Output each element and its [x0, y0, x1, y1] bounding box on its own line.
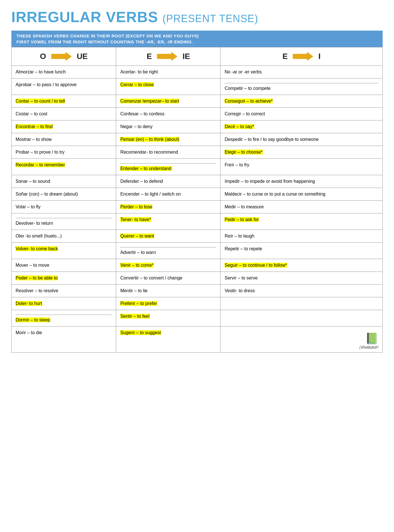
cell-col3-row10: Maldecir – to curse or to put a curse on… [221, 188, 383, 201]
col2-header: E IE [116, 47, 221, 66]
entry-text: Tener- to have* [120, 216, 216, 223]
entry-text: Probar – to prove / to try [16, 149, 112, 156]
cell-col2-row3: Comenzar /empezar– to start [116, 95, 221, 108]
table-row: Mostrar – to showPensar (en) – to think … [12, 133, 383, 146]
cell-col3-row12: Pedir – to ask for [221, 213, 383, 230]
vivatutor-text: ¡Vivatutor! [224, 345, 378, 349]
entry-text: No -ar or -er verbs [224, 69, 378, 75]
cell-col1-row5: Encontrar – to find [12, 120, 116, 133]
cell-col2-row2: Cerrar – to close [116, 79, 221, 95]
cell-col3-row13: Reír – to laugh [221, 230, 383, 243]
entry-text: Despedir – to fire / to say goodbye to s… [224, 136, 378, 143]
cell-col1-row15: Mover – to move [12, 259, 116, 272]
entry-text: Medir – to measure [224, 204, 378, 210]
entry-text: Conseguir – to achieve* [224, 98, 378, 105]
cell-col1-row12: Devolver- to return [12, 213, 116, 230]
cell-col3-row2: Competir – to compete [221, 79, 383, 95]
cell-col1-row9: Sonar – to sound [12, 175, 116, 188]
table-row: Poder – to be able toConvertir – to conv… [12, 272, 383, 285]
table-row: Devolver- to returnTener- to have*Pedir … [12, 213, 383, 230]
cell-col2-row18: Preferir – to prefer [116, 297, 221, 310]
entry-text: Encontrar – to find [16, 123, 112, 130]
table-row: Dormir – to sleepSentir – to feel [12, 310, 383, 327]
cell-col3-row1: No -ar or -er verbs [221, 66, 383, 79]
table-row: Contar – to count / to tellComenzar /emp… [12, 95, 383, 108]
cell-col3-row11: Medir – to measure [221, 201, 383, 213]
cell-col1-row1: Almorzar – to have lunch [12, 66, 116, 79]
cell-col2-row9: Defender – to defend [116, 175, 221, 188]
entry-text: Querer – to want [120, 233, 216, 239]
table-row: Recordar – to rememberEntender – to unde… [12, 159, 383, 175]
cell-col3-row17: Vestir- to dress [221, 285, 383, 297]
vivatutor-logo: 📗 ¡Vivatutor! [224, 332, 378, 349]
cell-col2-row17: Mentir – to lie [116, 285, 221, 297]
cell-col2-row11: Perder – to lose [116, 201, 221, 213]
entry-text: Freír – to fry [224, 162, 378, 168]
table-row: Doler- to hurtPreferir – to prefer [12, 297, 383, 310]
entry-text: Costar – to cost [16, 111, 112, 117]
entry-text: Aprobar – to pass / to approve [16, 81, 112, 88]
cell-col3-row20: 📗 ¡Vivatutor! [221, 327, 383, 353]
cell-col2-row10: Encender – to light / switch on [116, 188, 221, 201]
cell-col1-row6: Mostrar – to show [12, 133, 116, 146]
table-row: Mover – to moveVenir – to come*Seguir – … [12, 259, 383, 272]
cell-col1-row19: Dormir – to sleep [12, 310, 116, 327]
entry-text: Cerrar – to close [120, 81, 216, 88]
cell-col1-row10: Soñar (con) – to dream (about) [12, 188, 116, 201]
entry-text: Negar – to deny [120, 123, 216, 130]
main-table: O UE E IE [11, 47, 383, 353]
header-row: O UE E IE [12, 47, 383, 66]
table-row: Volar – to flyPerder – to loseMedir – to… [12, 201, 383, 213]
entry-text: Dormir – to sleep [16, 317, 112, 323]
table-row: Aprobar – to pass / to approveCerrar – t… [12, 79, 383, 95]
cell-col3-row15: Seguir – to continue / to follow* [221, 259, 383, 272]
cell-col1-row18: Doler- to hurt [12, 297, 116, 310]
cell-col1-row4: Costar – to cost [12, 108, 116, 120]
table-row: Costar – to costConfesar – to confessCor… [12, 108, 383, 120]
cell-col3-row18 [221, 297, 383, 310]
entry-text: Soñar (con) – to dream (about) [16, 191, 112, 198]
entry-text: Corregir – to correct [224, 111, 378, 117]
table-row: Sonar – to soundDefender – to defendImpe… [12, 175, 383, 188]
cell-col3-row9: Impedir – to impede or avoid from happen… [221, 175, 383, 188]
cell-col3-row8: Freír – to fry [221, 159, 383, 175]
table-row: Almorzar – to have lunchAcertar- to be r… [12, 66, 383, 79]
entry-text: Volver- to come back [16, 245, 112, 252]
entry-text: Pedir – to ask for [224, 216, 378, 223]
entry-text: Morir – to die [16, 329, 112, 336]
cell-col1-row3: Contar – to count / to tell [12, 95, 116, 108]
entry-text: Recordar – to remember [16, 162, 112, 168]
col1-header: O UE [12, 47, 116, 66]
cell-col2-row14: Advertir – to warn [116, 243, 221, 259]
cell-col2-row20: Sugerir – to suggest [116, 327, 221, 353]
entry-text: Pensar (en) – to think (about) [120, 136, 216, 143]
cell-col1-row2: Aprobar – to pass / to approve [12, 79, 116, 95]
entry-text: Impedir – to impede or avoid from happen… [224, 178, 378, 185]
entry-text: Defender – to defend [120, 178, 216, 185]
cell-col3-row7: Elegir – to choose* [221, 146, 383, 159]
entry-text: Sentir – to feel [120, 313, 216, 320]
entry-text: Advertir – to warn [120, 249, 216, 256]
page-title: IRREGULAR VERBS (PRESENT TENSE) [11, 9, 383, 26]
entry-text: Oler -to smell (huelo...) [16, 233, 112, 239]
cell-col3-row3: Conseguir – to achieve* [221, 95, 383, 108]
entry-text: Almorzar – to have lunch [16, 69, 112, 75]
entry-text: Doler- to hurt [16, 300, 112, 307]
entry-text: Vestir- to dress [224, 287, 378, 294]
table-row: Probar – to prove / to tryRecomendar- to… [12, 146, 383, 159]
entry-text: Recomendar- to recommend [120, 149, 216, 156]
entry-text: Elegir – to choose* [224, 149, 378, 156]
cell-col1-row14: Volver- to come back [12, 243, 116, 259]
table-row: Morir – to dieSugerir – to suggest 📗 ¡Vi… [12, 327, 383, 353]
cell-col2-row19: Sentir – to feel [116, 310, 221, 327]
entry-text: Mostrar – to show [16, 136, 112, 143]
entry-text: Poder – to be able to [16, 275, 112, 281]
table-row: Encontrar – to findNegar – to denyDecir … [12, 120, 383, 133]
entry-text: Repetir – to repete [224, 245, 378, 252]
entry-text: Sugerir – to suggest [120, 329, 216, 336]
entry-text: Encender – to light / switch on [120, 191, 216, 198]
entry-text: Venir – to come* [120, 262, 216, 269]
entry-text: Sonar – to sound [16, 178, 112, 185]
entry-text: Competir – to compete [224, 85, 378, 92]
entry-text: Resolver – to resolve [16, 287, 112, 294]
